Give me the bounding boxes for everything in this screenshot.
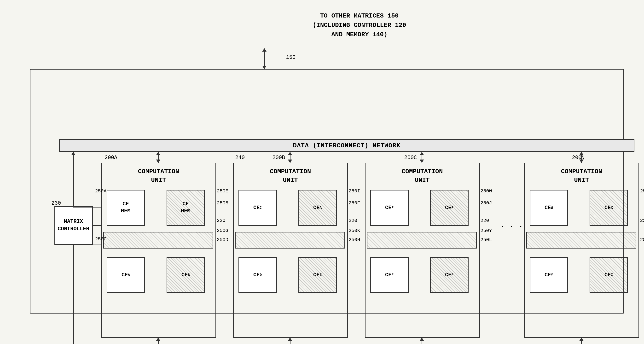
top-label-line3: AND MEMORY 140): [312, 30, 406, 39]
bool-200C-head: [420, 337, 424, 341]
data-200A-head2: [156, 152, 160, 155]
mc-horiz-line: [93, 225, 101, 226]
label-220-A: 220: [217, 218, 226, 223]
ce-mem-A-top: CEMEM: [107, 190, 145, 226]
bool-200N-head: [579, 337, 584, 341]
label-200A: 200A: [105, 155, 118, 161]
mc-bottom-hline: [73, 244, 101, 244]
ce-B-bottom: CEB: [166, 257, 205, 293]
ce-C: CEC: [238, 190, 277, 226]
ce-F3: CEF: [370, 257, 409, 293]
top-label-line1: TO OTHER MATRICES 150: [312, 11, 406, 21]
label-250B: 250B: [217, 200, 228, 206]
data-200A-head: [156, 160, 160, 163]
label-250L: 250L: [480, 237, 492, 242]
data-200N-head2: [579, 152, 584, 155]
comp-unit-200N: COMPUTATIONUNIT CEW CEX CEY CEZ: [524, 163, 639, 338]
ce-F1: CEF: [370, 190, 409, 226]
data-to-200C-arrow: [422, 152, 422, 163]
data-200B-head2: [288, 152, 292, 155]
top-arrow-up: [262, 48, 266, 52]
data-to-200B-arrow: [290, 152, 290, 163]
top-label-line2: (INCLUDING CONTROLLER 120: [312, 21, 406, 30]
label-250C: 250C: [95, 236, 107, 242]
bool-to-200C-arrow: [422, 338, 422, 344]
mc-arrow-head: [71, 152, 76, 155]
bool-to-200A-arrow: [158, 338, 159, 344]
label-250X: 250X: [640, 188, 644, 194]
bool-to-200N-arrow: [581, 338, 582, 344]
label-230: 230: [52, 200, 61, 206]
label-150: 150: [286, 55, 296, 61]
data-200B-head1: [288, 160, 292, 163]
label-200B: 200B: [272, 155, 285, 161]
label-250E: 250E: [217, 188, 228, 194]
label-250I: 250I: [349, 188, 360, 194]
label-250K: 250K: [349, 228, 360, 233]
crossbar-200C: [367, 232, 477, 248]
label-200C: 200C: [404, 155, 417, 161]
label-250Z: 250Z: [640, 237, 644, 242]
data-200C-head2: [420, 152, 424, 155]
main-outer-box: DATA (INTERCONNECT) NETWORK BOOLEAN (INT…: [30, 69, 624, 313]
ce-mem-A-hatched: CEMEM: [166, 190, 205, 226]
label-250H: 250H: [349, 237, 360, 242]
matrix-controller-label: MATRIXCONTROLLER: [58, 218, 89, 233]
comp-unit-200C: COMPUTATIONUNIT CEF CEF CEF CEF: [365, 163, 480, 338]
label-250J: 250J: [480, 200, 492, 206]
label-200B-ref240: 240: [235, 155, 245, 161]
crossbar-200A: [103, 232, 213, 248]
comp-unit-200A-title: COMPUTATIONUNIT: [102, 167, 216, 185]
bool-to-200B-arrow: [290, 338, 290, 344]
top-arrow-down: [262, 66, 266, 69]
data-200N-head1: [579, 160, 584, 163]
bool-200B-head: [288, 337, 292, 341]
ce-X: CEX: [590, 190, 628, 226]
ce-E: CEE: [298, 257, 337, 293]
label-250G: 250G: [217, 228, 228, 233]
label-250D: 250D: [217, 237, 228, 242]
data-network-bar: DATA (INTERCONNECT) NETWORK: [59, 139, 634, 152]
bool-200A-head: [156, 337, 160, 341]
label-250F: 250F: [349, 200, 360, 206]
data-to-200N-arrow: [581, 152, 582, 163]
comp-unit-200C-title: COMPUTATIONUNIT: [366, 167, 479, 185]
label-220-N: 220: [640, 218, 644, 223]
comp-unit-200B: COMPUTATIONUNIT CEC CEA CED CEE: [233, 163, 348, 338]
comp-unit-200N-title: COMPUTATIONUNIT: [525, 167, 638, 185]
ellipsis-dots: . . .: [500, 221, 523, 230]
label-250A: 250A: [95, 188, 107, 194]
ce-Z: CEZ: [590, 257, 628, 293]
mc-to-bool-arrow: [73, 245, 74, 344]
comp-unit-200A: COMPUTATIONUNIT CEMEM CEMEM CEA CEB: [101, 163, 216, 338]
matrix-controller-box: MATRIXCONTROLLER: [54, 206, 93, 245]
ce-D: CED: [238, 257, 277, 293]
crossbar-200N: [526, 232, 636, 248]
ce-W: CEW: [530, 190, 568, 226]
diagram-container: TO OTHER MATRICES 150 (INCLUDING CONTROL…: [10, 7, 634, 337]
ce-A-200B: CEA: [298, 190, 337, 226]
ce-A-bottom: CEA: [107, 257, 145, 293]
top-label: TO OTHER MATRICES 150 (INCLUDING CONTROL…: [312, 11, 406, 39]
data-to-200A-arrow: [158, 152, 159, 163]
top-arrow-shaft: [264, 49, 265, 69]
comp-unit-200B-title: COMPUTATIONUNIT: [234, 167, 347, 185]
ce-F2: CEF: [430, 190, 468, 226]
label-220-C: 220: [480, 218, 489, 223]
ce-F4: CEF: [430, 257, 468, 293]
label-250W: 250W: [480, 188, 492, 194]
data-200C-head1: [420, 160, 424, 163]
mc-top-hline: [73, 207, 101, 207]
label-220-B: 220: [349, 218, 357, 223]
ce-Y: CEY: [530, 257, 568, 293]
mc-to-data-arrow: [73, 152, 74, 207]
crossbar-200B: [235, 232, 345, 248]
data-network-label: DATA (INTERCONNECT) NETWORK: [293, 142, 400, 149]
label-250Y: 250Y: [480, 228, 492, 233]
